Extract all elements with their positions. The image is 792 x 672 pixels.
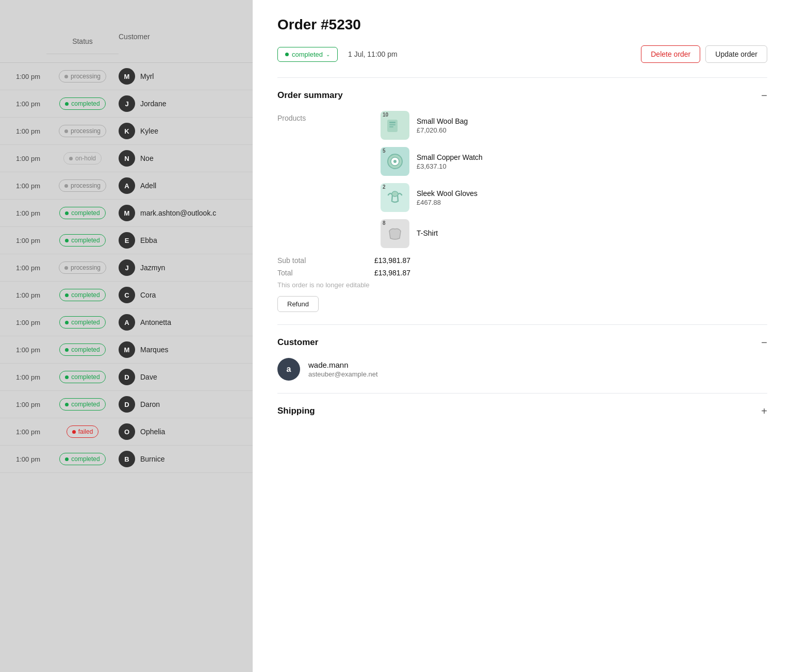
row-status: processing	[46, 125, 119, 137]
status-badge: completed	[59, 289, 105, 301]
order-date: 1 Jul, 11:00 pm	[348, 50, 398, 58]
table-row[interactable]: 1:00 pm completed J Jordane	[0, 90, 253, 118]
row-customer: K Kylee	[119, 123, 253, 139]
status-dot-icon	[65, 403, 69, 406]
avatar: C	[119, 287, 135, 303]
update-order-button[interactable]: Update order	[705, 45, 767, 63]
row-status: completed	[46, 289, 119, 301]
row-time: 1:00 pm	[0, 73, 46, 80]
product-item: 2 Sleek Wool Gloves £467.88	[381, 183, 767, 212]
products-label: Products	[277, 111, 370, 122]
table-row[interactable]: 1:00 pm processing J Jazmyn	[0, 254, 253, 282]
row-customer: B Burnice	[119, 451, 253, 467]
divider-2	[277, 324, 767, 325]
product-info: Small Copper Watch £3,637.10	[417, 153, 483, 170]
status-dot-icon	[65, 348, 69, 352]
delete-order-button[interactable]: Delete order	[641, 45, 700, 63]
customer-info: wade.mann asteuber@example.net	[308, 360, 378, 378]
avatar: K	[119, 123, 135, 139]
orders-table-body: 1:00 pm processing M Myrl 1:00 pm comple…	[0, 63, 253, 473]
customer-name-cell: Jordane	[140, 100, 167, 108]
table-row[interactable]: 1:00 pm completed A Antonetta	[0, 309, 253, 336]
product-qty: 5	[383, 148, 386, 154]
order-summary-title: Order summary	[277, 90, 343, 101]
row-status: failed	[46, 425, 119, 438]
product-item: 5 Small Copper Watch £3,637.10	[381, 147, 767, 176]
customer-name-cell: Kylee	[140, 127, 158, 135]
row-customer: M Myrl	[119, 68, 253, 85]
customer-avatar: a	[277, 358, 300, 381]
table-row[interactable]: 1:00 pm on-hold N Noe	[0, 145, 253, 172]
status-badge: completed	[59, 316, 105, 329]
shipping-title: Shipping	[277, 406, 315, 416]
status-selector[interactable]: completed ⌄	[277, 47, 338, 62]
table-row[interactable]: 1:00 pm processing A Adell	[0, 172, 253, 200]
status-dot-icon	[65, 375, 69, 379]
row-status: processing	[46, 70, 119, 83]
table-row[interactable]: 1:00 pm completed M Marques	[0, 336, 253, 364]
row-time: 1:00 pm	[0, 319, 46, 326]
table-row[interactable]: 1:00 pm completed B Burnice	[0, 446, 253, 473]
product-thumbnail: 5	[381, 147, 409, 176]
avatar: D	[119, 369, 135, 385]
chevron-down-icon: ⌄	[326, 52, 330, 57]
shipping-toggle[interactable]: +	[761, 406, 767, 416]
status-label: completed	[292, 51, 323, 58]
row-time: 1:00 pm	[0, 237, 46, 244]
customer-name-cell: Jazmyn	[140, 264, 165, 272]
status-dot-icon	[72, 430, 76, 434]
product-name: T-Shirt	[417, 229, 438, 237]
avatar: N	[119, 150, 135, 167]
row-customer: N Noe	[119, 150, 253, 167]
table-row[interactable]: 1:00 pm completed D Dave	[0, 364, 253, 391]
avatar: J	[119, 259, 135, 276]
row-time: 1:00 pm	[0, 373, 46, 381]
svg-rect-1	[389, 122, 395, 123]
table-row[interactable]: 1:00 pm processing M Myrl	[0, 63, 253, 90]
customer-name-cell: Adell	[140, 182, 156, 190]
avatar: J	[119, 95, 135, 112]
status-badge: processing	[59, 125, 106, 137]
table-row[interactable]: 1:00 pm completed C Cora	[0, 282, 253, 309]
status-dot-icon	[65, 321, 69, 324]
customer-name-cell: Noe	[140, 154, 154, 162]
customer-name-cell: Marques	[140, 346, 168, 354]
table-row[interactable]: 1:00 pm completed M mark.ashton@outlook.…	[0, 200, 253, 227]
refund-button[interactable]: Refund	[277, 296, 319, 312]
subtotal-value: £13,981.87	[374, 256, 767, 265]
action-buttons: Delete order Update order	[641, 45, 767, 63]
row-status: completed	[46, 207, 119, 219]
row-customer: M mark.ashton@outlook.c	[119, 205, 253, 221]
table-row[interactable]: 1:00 pm completed D Daron	[0, 391, 253, 418]
status-badge: on-hold	[63, 152, 102, 165]
customer-toggle[interactable]: −	[761, 337, 767, 348]
row-time: 1:00 pm	[0, 401, 46, 408]
customer-name: wade.mann	[308, 360, 378, 369]
customer-name-cell: Burnice	[140, 455, 164, 463]
table-row[interactable]: 1:00 pm processing K Kylee	[0, 118, 253, 145]
status-dot-icon	[64, 129, 68, 133]
customer-name-cell: Cora	[140, 291, 156, 299]
customer-email: asteuber@example.net	[308, 370, 378, 378]
product-info: Small Wool Bag £7,020.60	[417, 117, 468, 134]
row-status: completed	[46, 234, 119, 247]
table-row[interactable]: 1:00 pm completed E Ebba	[0, 227, 253, 254]
product-name: Small Wool Bag	[417, 117, 468, 125]
row-customer: E Ebba	[119, 232, 253, 249]
product-qty: 10	[383, 112, 388, 118]
customer-name-cell: Ebba	[140, 236, 157, 244]
customer-section-title: Customer	[277, 337, 318, 348]
product-price: £3,637.10	[417, 162, 483, 170]
product-info: Sleek Wool Gloves £467.88	[417, 189, 477, 206]
status-badge: completed	[59, 453, 105, 465]
order-summary-toggle[interactable]: −	[761, 90, 767, 101]
row-customer: J Jazmyn	[119, 259, 253, 276]
status-badge: completed	[59, 398, 105, 411]
status-dot-icon	[65, 239, 69, 242]
row-time: 1:00 pm	[0, 209, 46, 217]
customer-section: a wade.mann asteuber@example.net	[277, 358, 767, 381]
svg-point-7	[392, 191, 398, 196]
table-row[interactable]: 1:00 pm failed O Ophelia	[0, 418, 253, 446]
svg-rect-3	[389, 126, 393, 127]
status-dot-icon	[69, 157, 73, 160]
